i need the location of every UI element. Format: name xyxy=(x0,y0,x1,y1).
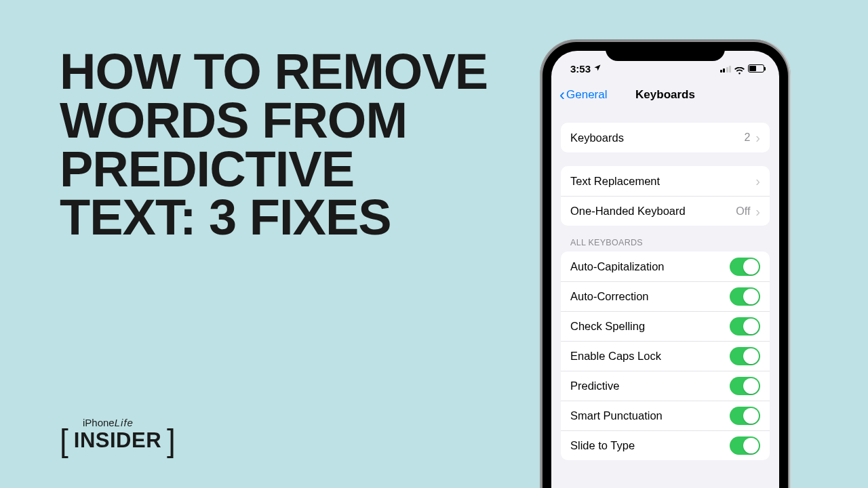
row-label: Keyboards xyxy=(570,131,624,144)
wifi-icon xyxy=(734,65,745,73)
chevron-right-icon: › xyxy=(755,174,760,188)
toggle-auto-correction[interactable] xyxy=(730,287,760,306)
row-enable-caps-lock: Enable Caps Lock xyxy=(561,341,770,371)
cellular-signal-icon xyxy=(720,65,732,73)
row-predictive: Predictive xyxy=(561,371,770,401)
nav-bar: ‹ General Keyboards xyxy=(551,81,779,109)
row-one-handed[interactable]: One-Handed Keyboard Off › xyxy=(561,196,770,226)
row-check-spelling: Check Spelling xyxy=(561,311,770,341)
group-all-keyboards: Auto-Capitalization Auto-Correction Chec… xyxy=(561,251,770,460)
status-left: 3:53 xyxy=(570,58,601,75)
bracket-open-icon: [ xyxy=(60,428,68,453)
row-label: Predictive xyxy=(570,380,619,392)
toggle-check-spelling[interactable] xyxy=(730,317,760,336)
badge-brand: iPhone xyxy=(83,417,115,428)
phone-bezel: 3:53 ‹ General Keybo xyxy=(542,42,788,488)
row-label: Check Spelling xyxy=(570,320,645,333)
row-text-replacement[interactable]: Text Replacement › xyxy=(561,166,770,196)
nav-back-label: General xyxy=(566,88,607,102)
status-right xyxy=(720,59,765,73)
badge-main-text: INSIDER xyxy=(74,428,161,453)
headline-text: HOW TO REMOVE WORDS FROM PREDICTIVE TEXT… xyxy=(60,47,494,242)
insider-badge: iPhoneLife [ INSIDER ] xyxy=(60,417,176,453)
badge-suffix: Life xyxy=(115,417,134,428)
badge-top-line: iPhoneLife xyxy=(83,417,176,428)
row-label: Enable Caps Lock xyxy=(570,350,661,363)
badge-main-row: [ INSIDER ] xyxy=(60,428,176,453)
row-smart-punctuation: Smart Punctuation xyxy=(561,401,770,430)
group-keyboards: Keyboards 2 › xyxy=(561,123,770,152)
nav-title: Keyboards xyxy=(635,88,695,102)
section-header-all-keyboards: ALL KEYBOARDS xyxy=(570,238,760,247)
row-label: Auto-Capitalization xyxy=(570,260,665,273)
phone-notch xyxy=(606,42,725,61)
row-keyboards[interactable]: Keyboards 2 › xyxy=(561,123,770,152)
row-label: Slide to Type xyxy=(570,439,635,452)
row-auto-capitalization: Auto-Capitalization xyxy=(561,251,770,281)
chevron-left-icon: ‹ xyxy=(559,85,565,104)
phone-screen: 3:53 ‹ General Keybo xyxy=(551,51,779,488)
group-text-options: Text Replacement › One-Handed Keyboard O… xyxy=(561,166,770,226)
toggle-auto-capitalization[interactable] xyxy=(730,258,760,276)
toggle-slide-to-type[interactable] xyxy=(730,436,760,455)
chevron-right-icon: › xyxy=(755,205,760,218)
status-time: 3:53 xyxy=(570,63,591,75)
row-value: Off xyxy=(736,205,750,218)
toggle-predictive[interactable] xyxy=(730,377,760,395)
toggle-enable-caps-lock[interactable] xyxy=(730,347,760,365)
bracket-close-icon: ] xyxy=(167,428,176,453)
battery-icon xyxy=(748,64,764,73)
row-label: Smart Punctuation xyxy=(570,409,663,422)
row-label: Auto-Correction xyxy=(570,290,649,303)
nav-back-button[interactable]: ‹ General xyxy=(559,85,607,104)
location-arrow-icon xyxy=(593,64,601,74)
chevron-right-icon: › xyxy=(755,131,760,144)
phone-frame: 3:53 ‹ General Keybo xyxy=(540,39,791,488)
row-value: 2 xyxy=(744,131,750,144)
row-label: Text Replacement xyxy=(570,175,660,188)
toggle-smart-punctuation[interactable] xyxy=(730,407,760,425)
row-label: One-Handed Keyboard xyxy=(570,205,686,218)
row-slide-to-type: Slide to Type xyxy=(561,430,770,460)
row-auto-correction: Auto-Correction xyxy=(561,281,770,311)
